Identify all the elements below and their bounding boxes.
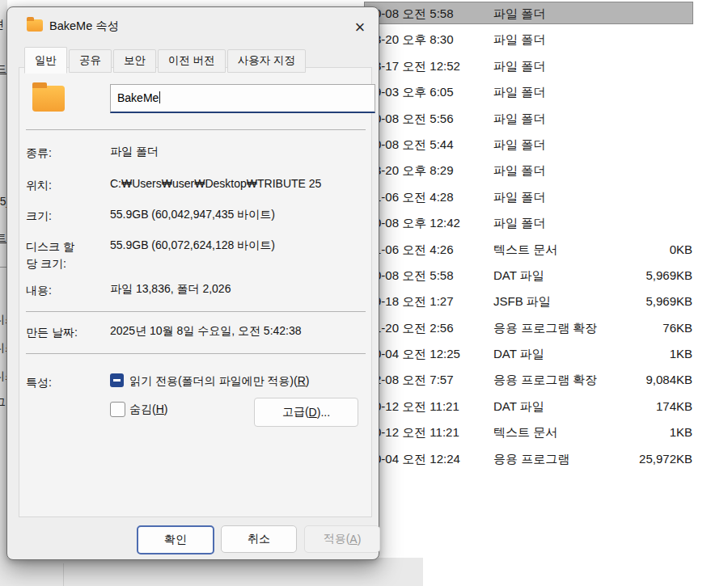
file-date: 0-08 오전 5:56: [375, 107, 454, 131]
label-text: 읽기 전용(폴더의 파일에만 적용)(: [129, 374, 298, 387]
file-row[interactable]: 9-03 오후 6:05파일 폴더: [356, 80, 728, 106]
advanced-button[interactable]: 고급(D)...: [254, 398, 358, 427]
access-key: D: [309, 406, 317, 419]
file-type: 파일 폴더: [493, 54, 545, 78]
file-size: 5,969KB: [645, 289, 692, 314]
file-size: 76KB: [662, 316, 692, 340]
hidden-checkbox[interactable]: [110, 402, 125, 417]
tab-previous-versions[interactable]: 이전 버전: [158, 49, 226, 73]
file-type: 응용 프로그램 확장: [493, 316, 597, 340]
folder-name-input[interactable]: BakeMe: [110, 84, 375, 113]
file-date: 0-08 오전 5:58: [375, 263, 454, 288]
file-type: 텍스트 문서: [493, 420, 557, 445]
field-value-type: 파일 폴더: [110, 145, 159, 159]
access-key: A: [349, 533, 357, 546]
close-icon[interactable]: ×: [346, 15, 374, 40]
file-type: 응용 프로그램: [493, 447, 569, 471]
file-date: 0-04 오전 12:25: [375, 342, 460, 366]
file-date: 8-17 오전 12:52: [375, 54, 460, 78]
file-date: 9-18 오전 1:27: [375, 289, 454, 314]
file-date: 9-03 오후 6:05: [375, 80, 454, 104]
file-date: 0-08 오후 12:42: [375, 211, 460, 235]
file-row[interactable]: 3-20 오후 8:30파일 폴더: [356, 27, 728, 53]
screen: 면 드 25_ 트 디스 디스 디스 그 0-08 오전 5:58파일 폴더 3…: [0, 0, 728, 586]
file-row[interactable]: 0-04 오전 12:24응용 프로그램25,972KB: [356, 447, 728, 473]
file-date: 2-08 오전 7:57: [375, 368, 454, 392]
file-row[interactable]: 8-17 오전 12:52파일 폴더: [356, 54, 728, 80]
label-text: )...: [317, 406, 330, 419]
file-type: 파일 폴더: [493, 27, 545, 52]
tab-general[interactable]: 일반: [24, 47, 67, 74]
file-date: 0-08 오전 5:58: [375, 2, 454, 26]
tab-bar: 일반 공유 보안 이전 버전 사용자 지정: [24, 47, 307, 73]
file-size: 25,972KB: [639, 447, 692, 471]
file-row[interactable]: 1-06 오전 4:26텍스트 문서0KB: [356, 238, 728, 263]
field-value-contains: 파일 13,836, 폴더 2,026: [110, 282, 231, 297]
file-row[interactable]: 3-20 오후 8:29파일 폴더: [356, 158, 728, 184]
file-row-selected[interactable]: 0-08 오전 5:58파일 폴더: [356, 2, 728, 27]
file-row[interactable]: 2-08 오전 7:57응용 프로그램 확장9,084KB: [356, 368, 728, 394]
field-label-type: 종류:: [26, 145, 104, 162]
file-size: 174KB: [656, 394, 692, 419]
cancel-button[interactable]: 취소: [221, 525, 297, 553]
properties-dialog: BakeMe 속성 × 일반 공유 보안 이전 버전 사용자 지정 BakeMe…: [6, 6, 379, 560]
file-row[interactable]: 0-08 오후 12:42파일 폴더: [356, 211, 728, 237]
file-type: 파일 폴더: [493, 2, 545, 26]
file-row[interactable]: 0-08 오전 5:58DAT 파일5,969KB: [356, 263, 728, 289]
field-value-created: 2025년 10월 8일 수요일, 오전 5:42:38: [110, 324, 302, 339]
field-label-created: 만든 날짜:: [26, 324, 104, 341]
field-label-location: 위치:: [26, 177, 104, 194]
folder-icon-large: [32, 86, 65, 112]
general-tab-page: BakeMe 종류: 파일 폴더 위치: C:₩Users₩user₩Deskt…: [19, 67, 372, 517]
file-row[interactable]: 0-08 오전 5:44파일 폴더: [356, 133, 728, 158]
file-row[interactable]: 1-06 오전 4:28파일 폴더: [356, 185, 728, 211]
label-text: 숨김(: [129, 403, 156, 415]
separator: [26, 311, 366, 312]
tab-sharing[interactable]: 공유: [69, 49, 112, 73]
background-column-divider: [63, 563, 64, 586]
dialog-titlebar[interactable]: BakeMe 속성 ×: [7, 7, 379, 46]
file-size: 0KB: [670, 238, 692, 262]
file-size: 1KB: [670, 420, 692, 445]
label-text: 고급(: [282, 405, 309, 419]
file-type: 파일 폴더: [493, 107, 545, 131]
file-row[interactable]: 0-04 오전 12:25DAT 파일1KB: [356, 342, 728, 368]
separator: [26, 353, 366, 354]
file-date: 3-20 오후 8:30: [375, 27, 454, 52]
label-text: ): [164, 403, 168, 415]
readonly-checkbox-label[interactable]: 읽기 전용(폴더의 파일에만 적용)(R): [129, 374, 309, 389]
tab-security[interactable]: 보안: [113, 49, 156, 73]
readonly-checkbox[interactable]: [110, 373, 124, 387]
label-text: 적용(: [324, 532, 350, 546]
access-key: R: [298, 374, 306, 387]
file-type: DAT 파일: [493, 263, 544, 288]
file-type: DAT 파일: [493, 342, 544, 366]
folder-name-value: BakeMe: [117, 91, 160, 104]
file-date: 1-20 오전 2:56: [375, 316, 454, 340]
file-row[interactable]: 0-12 오전 11:21DAT 파일174KB: [356, 394, 728, 420]
file-date: 0-12 오전 11:21: [375, 420, 459, 445]
access-key: H: [156, 403, 164, 415]
file-list: 0-08 오전 5:58파일 폴더 3-20 오후 8:30파일 폴더 8-17…: [356, 2, 728, 473]
field-label-size-on-disk: 디스크 할 당 크기:: [26, 238, 104, 272]
file-date: 0-08 오전 5:44: [375, 133, 454, 157]
file-row[interactable]: 9-18 오전 1:27JSFB 파일5,969KB: [356, 289, 728, 315]
file-row[interactable]: 0-08 오전 5:56파일 폴더: [356, 107, 728, 133]
file-date: 3-20 오후 8:29: [375, 158, 454, 183]
ok-button[interactable]: 확인: [137, 525, 214, 554]
file-type: DAT 파일: [493, 394, 544, 419]
file-size: 1KB: [670, 342, 692, 366]
field-label-size: 크기:: [26, 208, 104, 225]
file-type: 텍스트 문서: [493, 238, 557, 262]
file-size: 9,084KB: [645, 368, 692, 392]
file-type: 응용 프로그램 확장: [493, 368, 597, 392]
field-label-contains: 내용:: [26, 282, 104, 299]
hidden-checkbox-label[interactable]: 숨김(H): [129, 403, 167, 417]
file-type: 파일 폴더: [493, 80, 545, 104]
tab-customize[interactable]: 사용자 지정: [227, 49, 306, 73]
label-text: ): [306, 374, 310, 387]
file-row[interactable]: 1-20 오전 2:56응용 프로그램 확장76KB: [356, 316, 728, 342]
file-date: 1-06 오전 4:28: [375, 185, 454, 209]
apply-button[interactable]: 적용(A): [304, 525, 380, 553]
file-row[interactable]: 0-12 오전 11:21텍스트 문서1KB: [356, 420, 728, 446]
